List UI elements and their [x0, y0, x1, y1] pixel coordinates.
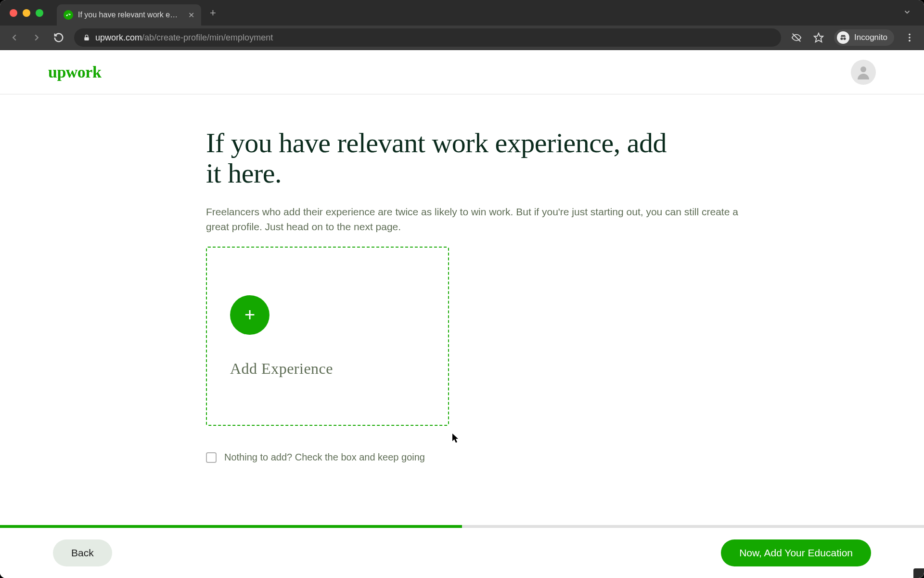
svg-point-10 — [860, 66, 866, 72]
tab-close-icon[interactable]: ✕ — [188, 11, 194, 20]
svg-point-7 — [909, 34, 911, 36]
url-path: /ab/create-profile/min/employment — [142, 33, 273, 43]
next-button[interactable]: Now, Add Your Education — [721, 539, 871, 566]
back-button[interactable]: Back — [53, 539, 112, 566]
footer: Back Now, Add Your Education — [0, 528, 924, 578]
bookmark-star-icon[interactable] — [812, 31, 825, 44]
svg-rect-2 — [84, 37, 89, 40]
content: If you have relevant work experience, ad… — [0, 94, 924, 525]
incognito-label: Incognito — [854, 33, 887, 42]
svg-point-1 — [69, 14, 71, 15]
nav-back-icon[interactable] — [8, 31, 21, 44]
nothing-to-add-row: Nothing to add? Check the box and keep g… — [206, 452, 774, 463]
new-tab-button[interactable]: + — [210, 7, 216, 19]
browser-window: If you have relevant work expe ✕ + upwor… — [0, 0, 924, 578]
eye-off-icon[interactable] — [790, 31, 803, 44]
window-minimize-button[interactable] — [23, 9, 30, 17]
svg-point-6 — [843, 38, 846, 40]
svg-point-8 — [909, 37, 911, 39]
incognito-chip[interactable]: Incognito — [834, 29, 894, 46]
nav-forward-icon[interactable] — [30, 31, 43, 44]
page-subtext: Freelancers who add their experience are… — [206, 205, 755, 234]
url-host: upwork.com — [95, 33, 142, 43]
svg-point-5 — [840, 38, 843, 40]
reload-icon[interactable] — [52, 31, 65, 44]
lock-icon — [83, 34, 90, 41]
add-experience-card[interactable]: + Add Experience — [206, 247, 449, 426]
nothing-to-add-checkbox[interactable] — [206, 452, 217, 463]
browser-tab[interactable]: If you have relevant work expe ✕ — [57, 4, 201, 26]
upwork-logo[interactable]: upwork — [48, 63, 101, 81]
traffic-lights — [10, 9, 43, 17]
titlebar: If you have relevant work expe ✕ + — [0, 0, 924, 26]
avatar[interactable] — [851, 60, 876, 85]
tab-favicon-icon — [64, 10, 73, 20]
nothing-to-add-label: Nothing to add? Check the box and keep g… — [224, 452, 425, 463]
url-input[interactable]: upwork.com/ab/create-profile/min/employm… — [74, 28, 781, 47]
add-experience-label: Add Experience — [230, 360, 448, 378]
plus-icon[interactable]: + — [230, 295, 270, 335]
tab-title: If you have relevant work expe — [78, 11, 181, 19]
window-maximize-button[interactable] — [36, 9, 43, 17]
browser-menu-icon[interactable] — [903, 31, 916, 44]
app-header: upwork — [0, 50, 924, 94]
svg-marker-4 — [814, 33, 823, 42]
tabs-menu-icon[interactable] — [903, 8, 911, 18]
address-bar: upwork.com/ab/create-profile/min/employm… — [0, 26, 924, 50]
window-close-button[interactable] — [10, 9, 17, 17]
incognito-icon — [837, 31, 849, 44]
page: upwork If you have relevant work experie… — [0, 50, 924, 578]
svg-point-9 — [909, 40, 911, 42]
page-title: If you have relevant work experience, ad… — [206, 128, 678, 188]
